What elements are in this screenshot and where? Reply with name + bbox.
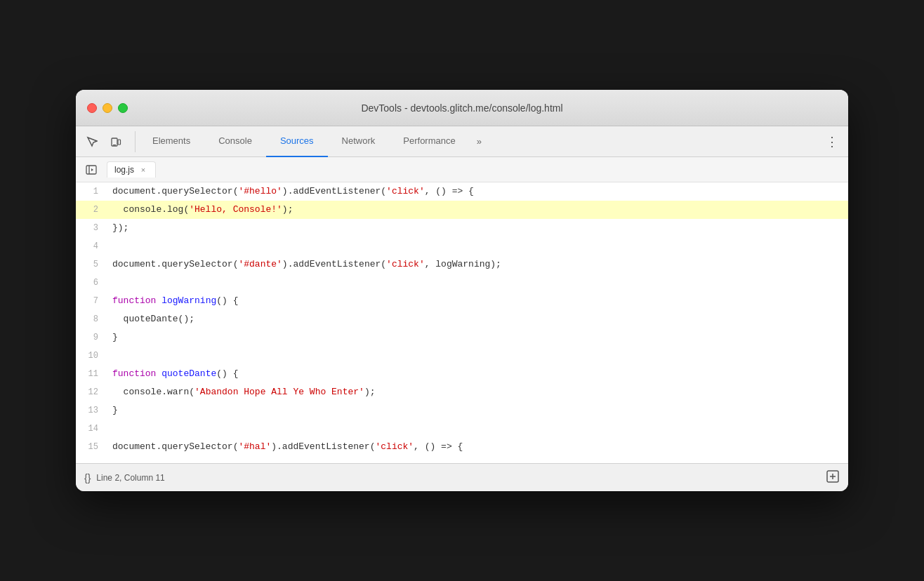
cursor-position: Line 2, Column 11 [96,473,820,483]
code-line-11: 11 function quoteDante() { [76,365,848,383]
toggle-sidebar-button[interactable] [81,160,101,180]
file-tab-name: log.js [114,165,134,175]
maximize-button[interactable] [118,103,128,113]
tab-performance[interactable]: Performance [389,126,469,157]
file-tabbar: log.js × [76,157,848,182]
close-button[interactable] [87,103,97,113]
file-tab-logjs[interactable]: log.js × [107,161,156,178]
minimize-button[interactable] [103,103,112,113]
statusbar: {} Line 2, Column 11 [76,463,848,491]
code-line-1: 1 document.querySelector('#hello').addEv… [76,182,848,201]
tab-console[interactable]: Console [204,126,266,157]
statusbar-right-icon[interactable] [826,469,840,486]
format-icon[interactable]: {} [84,472,91,483]
tab-more-button[interactable]: » [470,126,489,157]
code-line-14: 14 [76,420,848,438]
code-line-12: 12 console.warn('Abandon Hope All Ye Who… [76,383,848,401]
code-editor[interactable]: 1 document.querySelector('#hello').addEv… [76,182,848,463]
titlebar: DevTools - devtools.glitch.me/console/lo… [76,90,848,126]
code-line-4: 4 [76,237,848,255]
code-line-7: 7 function logWarning() { [76,292,848,310]
code-line-3: 3 }); [76,219,848,237]
code-line-8: 8 quoteDante(); [76,310,848,328]
code-line-9: 9 } [76,328,848,347]
svg-marker-5 [91,168,93,171]
device-icon-button[interactable] [105,131,126,152]
code-line-10: 10 [76,347,848,365]
devtools-window: DevTools - devtools.glitch.me/console/lo… [76,90,848,491]
toolbar: Elements Console Sources Network Perform… [76,126,848,157]
tabs: Elements Console Sources Network Perform… [138,126,821,157]
toolbar-icons [81,131,136,152]
code-line-5: 5 document.querySelector('#dante').addEv… [76,255,848,274]
file-tab-close-button[interactable]: × [138,165,148,175]
window-title: DevTools - devtools.glitch.me/console/lo… [361,102,562,114]
code-line-13: 13 } [76,401,848,420]
code-line-6: 6 [76,274,848,292]
toolbar-right: ⋮ [821,131,843,152]
tab-elements[interactable]: Elements [138,126,204,157]
tab-network[interactable]: Network [328,126,390,157]
code-line-15: 15 document.querySelector('#hal').addEve… [76,438,848,456]
inspector-icon-button[interactable] [81,131,103,152]
tab-sources[interactable]: Sources [266,126,328,157]
code-line-2: 2 console.log('Hello, Console!'); [76,201,848,219]
traffic-lights [87,103,128,113]
toolbar-menu-button[interactable]: ⋮ [821,131,843,152]
svg-rect-1 [118,140,121,145]
